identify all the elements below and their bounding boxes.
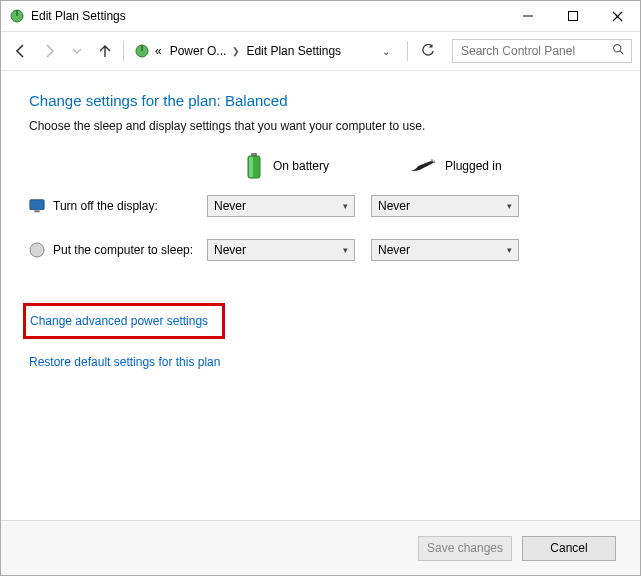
col-plugged-label: Plugged in [445,159,502,173]
svg-rect-7 [141,45,143,51]
svg-rect-1 [16,10,18,16]
plug-icon [409,158,435,174]
svg-rect-12 [249,157,253,177]
window-title: Edit Plan Settings [31,9,505,23]
column-headers: On battery Plugged in [29,153,612,179]
separator [407,41,408,61]
minimize-button[interactable] [505,1,550,31]
power-options-icon [9,8,25,24]
chevron-right-icon[interactable]: ❯ [231,46,241,56]
svg-rect-14 [433,161,435,163]
chevron-down-icon[interactable]: ⌄ [381,46,391,57]
moon-icon [29,242,45,258]
page-subtext: Choose the sleep and display settings th… [29,119,612,133]
search-box[interactable] [452,39,632,63]
recent-locations-button[interactable] [65,39,89,63]
back-button[interactable] [9,39,33,63]
change-advanced-power-settings-link[interactable]: Change advanced power settings [23,303,225,339]
title-bar: Edit Plan Settings [1,1,640,32]
chevron-down-icon: ▾ [507,201,512,211]
separator [123,41,124,61]
cancel-button[interactable]: Cancel [522,536,616,561]
close-button[interactable] [595,1,640,33]
svg-rect-15 [30,200,44,210]
sleep-plugged-dropdown[interactable]: Never ▾ [371,239,519,261]
chevron-down-icon: ▾ [343,245,348,255]
power-options-icon [134,43,150,59]
save-changes-button[interactable]: Save changes [418,536,512,561]
button-bar: Save changes Cancel [1,520,640,575]
search-input[interactable] [459,43,603,59]
col-on-battery: On battery [245,153,409,179]
edit-plan-settings-window: Edit Plan Settings [0,0,641,576]
content-area: Change settings for the plan: Balanced C… [1,70,640,519]
battery-icon [245,153,263,179]
svg-rect-16 [34,210,39,212]
chevron-down-icon: ▾ [343,201,348,211]
page-heading: Change settings for the plan: Balanced [29,92,612,109]
row-sleep: Put the computer to sleep: Never ▾ Never… [29,239,612,261]
window-controls [505,1,640,31]
display-icon [29,198,45,214]
breadcrumb[interactable]: « Power O... ❯ Edit Plan Settings ⌄ [130,39,401,63]
row-display: Turn off the display: Never ▾ Never ▾ [29,195,612,217]
svg-rect-3 [568,12,577,21]
display-battery-dropdown[interactable]: Never ▾ [207,195,355,217]
display-plugged-dropdown[interactable]: Never ▾ [371,195,519,217]
svg-line-9 [620,51,623,54]
sleep-battery-dropdown[interactable]: Never ▾ [207,239,355,261]
maximize-button[interactable] [550,1,595,31]
nav-bar: « Power O... ❯ Edit Plan Settings ⌄ [1,32,640,71]
svg-point-17 [30,243,44,257]
crumb-power-options[interactable]: Power O... [167,44,230,58]
dropdown-value: Never [378,243,410,257]
col-battery-label: On battery [273,159,329,173]
crumb-root-prefix[interactable]: « [152,44,165,58]
svg-point-8 [614,45,621,52]
chevron-down-icon: ▾ [507,245,512,255]
dropdown-value: Never [378,199,410,213]
row-sleep-label: Put the computer to sleep: [53,243,193,257]
dropdown-value: Never [214,243,246,257]
restore-default-settings-link[interactable]: Restore default settings for this plan [29,355,220,369]
up-button[interactable] [93,39,117,63]
col-plugged-in: Plugged in [409,158,573,174]
forward-button[interactable] [37,39,61,63]
row-display-label: Turn off the display: [53,199,158,213]
svg-rect-13 [431,159,433,161]
crumb-edit-plan[interactable]: Edit Plan Settings [243,44,344,58]
search-icon[interactable] [612,43,625,59]
refresh-button[interactable] [414,39,442,63]
dropdown-value: Never [214,199,246,213]
